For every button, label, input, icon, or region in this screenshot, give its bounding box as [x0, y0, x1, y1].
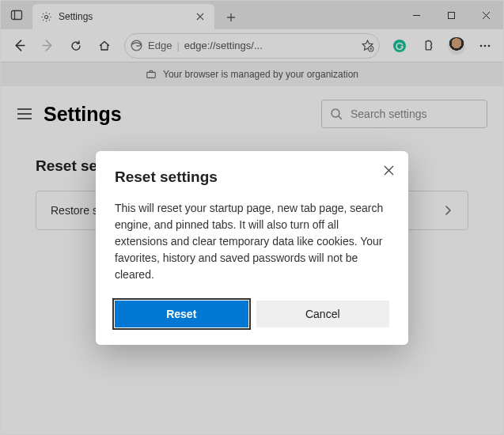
cancel-button[interactable]: Cancel — [256, 301, 390, 327]
reset-dialog: Reset settings This will reset your star… — [96, 151, 408, 345]
dialog-body: This will reset your startup page, new t… — [115, 200, 389, 283]
modal-backdrop: Reset settings This will reset your star… — [1, 1, 503, 434]
dialog-title: Reset settings — [115, 168, 389, 186]
dialog-buttons: Reset Cancel — [115, 301, 389, 327]
reset-button[interactable]: Reset — [115, 301, 248, 327]
dialog-close-button[interactable] — [381, 162, 397, 179]
close-icon — [384, 165, 394, 176]
